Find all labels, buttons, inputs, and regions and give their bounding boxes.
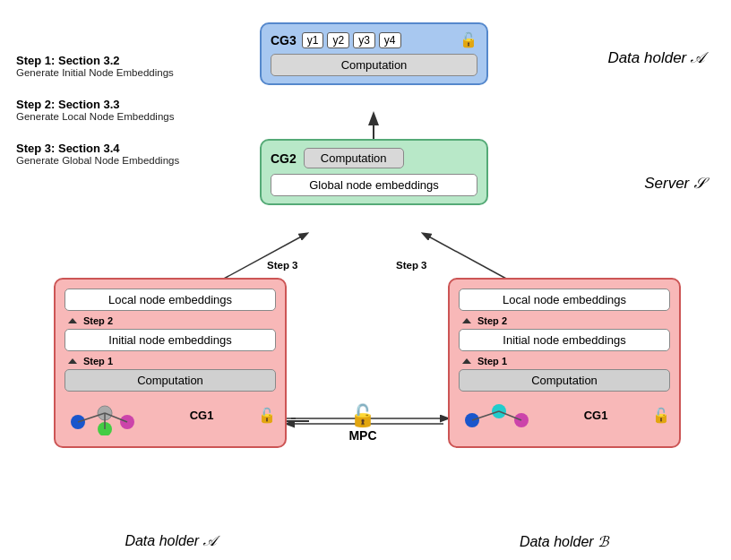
cg1-right-label: CG1 bbox=[584, 409, 608, 422]
global-node-embeddings-box: Global node embeddings bbox=[271, 174, 477, 196]
y-labels: y1 y2 y3 y4 bbox=[302, 32, 401, 48]
step1-label-left: Step 1 bbox=[64, 356, 276, 366]
step2-label-right: Step 2 bbox=[459, 315, 670, 326]
local-node-embeddings-left: Local node embeddings bbox=[64, 289, 276, 311]
lock-icon-cg3: 🔓 bbox=[460, 31, 477, 48]
legend-step3-desc: Generate Global Node Embeddings bbox=[16, 155, 195, 166]
cg2-label: CG2 bbox=[271, 151, 297, 166]
step2-title-text: Step 2 bbox=[16, 98, 51, 111]
cg1-right-footer: CG1 🔓 bbox=[459, 395, 670, 435]
svg-line-8 bbox=[426, 235, 508, 280]
step1-label-right: Step 1 bbox=[459, 356, 670, 366]
step3-section-text: : Section 3.4 bbox=[51, 142, 120, 155]
y2-label: y2 bbox=[327, 32, 349, 48]
arrow-up-step2-right bbox=[462, 318, 471, 323]
lock-icon-cg1-right: 🔓 bbox=[652, 407, 670, 424]
data-holder-b-bottom-label: Data holder ℬ bbox=[448, 533, 681, 550]
mpc-label: MPC bbox=[296, 428, 430, 443]
cg2-header: CG2 Computation bbox=[271, 148, 477, 168]
y3-label: y3 bbox=[353, 32, 375, 48]
arrow-up-step2-left bbox=[68, 318, 77, 323]
legend-step1-desc: Generate Initial Node Embeddings bbox=[16, 67, 195, 78]
initial-node-embeddings-right: Initial node embeddings bbox=[459, 329, 670, 351]
legend-step2: Step 2: Section 3.3 Generate Local Node … bbox=[16, 98, 195, 122]
local-node-embeddings-right: Local node embeddings bbox=[459, 289, 670, 311]
step2-section-text: : Section 3.3 bbox=[51, 98, 120, 111]
step1-section-text: : Section 3.2 bbox=[51, 54, 120, 67]
cg1-right-box: Local node embeddings Step 2 Initial nod… bbox=[448, 278, 681, 448]
svg-line-7 bbox=[222, 235, 305, 280]
computation-box-cg3: Computation bbox=[271, 54, 477, 76]
cg1-left-footer: CG1 🔓 bbox=[64, 395, 276, 435]
data-holder-a-top-label: Data holder 𝒜 bbox=[607, 49, 704, 67]
step3-arrow-left-label: Step 3 bbox=[267, 260, 298, 271]
legend: Step 1: Section 3.2 Generate Initial Nod… bbox=[16, 54, 195, 185]
step2-label-left: Step 2 bbox=[64, 315, 276, 326]
computation-box-cg2: Computation bbox=[304, 148, 404, 168]
computation-box-left: Computation bbox=[64, 369, 276, 392]
cg1-left-label: CG1 bbox=[190, 409, 214, 422]
cg3-label: CG3 bbox=[271, 33, 297, 47]
diagram-container: Step 1: Section 3.2 Generate Initial Nod… bbox=[0, 0, 731, 560]
legend-step3: Step 3: Section 3.4 Generate Global Node… bbox=[16, 142, 195, 166]
step3-title-text: Step 3 bbox=[16, 142, 51, 155]
legend-step2-desc: Generate Local Node Embeddings bbox=[16, 111, 195, 122]
step3-arrow-right-label: Step 3 bbox=[396, 260, 427, 271]
cg2-box: CG2 Computation Global node embeddings bbox=[260, 139, 488, 205]
data-holder-a-bottom-label: Data holder 𝒜 bbox=[54, 533, 287, 549]
cg3-header: CG3 y1 y2 y3 y4 🔓 bbox=[271, 31, 477, 48]
computation-box-right: Computation bbox=[459, 369, 670, 392]
cg3-box: CG3 y1 y2 y3 y4 🔓 Computation bbox=[260, 22, 488, 85]
legend-step1-title: Step 1: Section 3.2 bbox=[16, 54, 195, 67]
legend-step2-title: Step 2: Section 3.3 bbox=[16, 98, 195, 111]
arrow-up-step1-left bbox=[68, 358, 77, 364]
y4-label: y4 bbox=[379, 32, 401, 48]
mpc-lock-icon: 🔓 bbox=[296, 403, 430, 428]
lock-icon-cg1-left: 🔓 bbox=[258, 407, 276, 424]
legend-step3-title: Step 3: Section 3.4 bbox=[16, 142, 195, 155]
step1-title-text: Step 1 bbox=[16, 54, 51, 67]
y1-label: y1 bbox=[302, 32, 324, 48]
mpc-area: 🔓 MPC bbox=[296, 403, 430, 443]
arrow-up-step1-right bbox=[462, 358, 471, 364]
legend-step1: Step 1: Section 3.2 Generate Initial Nod… bbox=[16, 54, 195, 78]
initial-node-embeddings-left: Initial node embeddings bbox=[64, 329, 276, 351]
graph-right-svg bbox=[459, 395, 539, 435]
cg1-left-box: Local node embeddings Step 2 Initial nod… bbox=[54, 278, 287, 448]
server-s-label: Server 𝒮 bbox=[644, 175, 704, 193]
graph-left-svg bbox=[64, 395, 145, 435]
